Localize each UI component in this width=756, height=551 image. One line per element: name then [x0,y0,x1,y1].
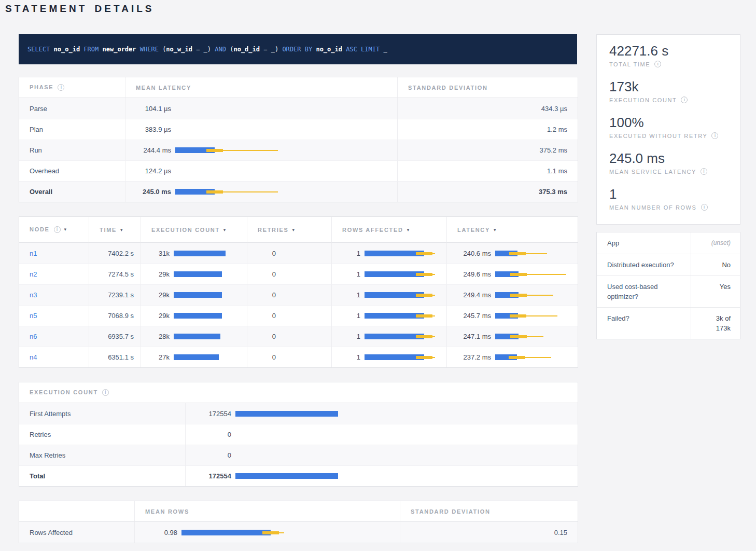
summary-stat: 100%EXECUTED WITHOUT RETRYi [609,115,730,150]
detail-row: App(unset) [597,232,740,254]
execution-count-table: EXECUTION COUNTi First Attempts172554Ret… [19,382,578,487]
node-time-value: 7068.9 s [89,305,141,326]
sql-token: AND [215,46,230,53]
exec-count-bar [174,292,247,298]
stat-label: MEAN SERVICE LATENCYi [609,168,730,175]
phase-row: Overhead124.2 µs1.1 ms [19,160,578,181]
stat-label: MEAN NUMBER OF ROWSi [609,204,730,211]
node-link[interactable]: n6 [30,333,37,340]
mean-latency-column-header[interactable]: MEAN LATENCY [125,77,397,98]
node-cell: n4 [19,347,89,367]
info-icon[interactable]: i [701,168,707,175]
retries-column-header[interactable]: RETRIES▾ [247,217,331,243]
latency-column-header[interactable]: LATENCY▾ [446,217,578,243]
sql-token: no_d_id [233,46,260,53]
statement-details-card: App(unset)Distributed execution?NoUsed c… [596,232,740,339]
rows-table-empty-header [19,501,134,522]
node-row: n46351.1 s27k01237.2 ms [19,347,578,367]
latency-value: 247.1 ms [447,333,491,340]
info-icon[interactable]: i [54,226,61,233]
rows-affected-column-header[interactable]: ROWS AFFECTED▾ [331,217,446,243]
node-cell: n2 [19,264,89,284]
info-icon[interactable]: i [701,204,708,211]
latency-value: 237.2 ms [447,353,491,361]
detail-row: Failed?3k of 173k [597,307,740,339]
detail-value: No [691,254,740,276]
info-icon[interactable]: i [654,61,661,67]
stat-value: 100% [609,115,730,130]
node-row: n17402.2 s31k01240.6 ms [19,243,578,264]
phase-mean-cell: 383.9 µs [125,119,397,140]
info-icon[interactable]: i [681,97,688,103]
node-link[interactable]: n4 [30,353,37,361]
rows-stddev-column-header: STANDARD DEVIATION [400,501,578,522]
latency-bar [495,333,578,340]
node-retries-cell: 0 [247,326,331,347]
sql-token: no_o_id [54,46,80,53]
node-link[interactable]: n5 [30,312,37,320]
summary-stat: 173kEXECUTION COUNTi [609,79,730,115]
phase-table-header-row: PHASEi MEAN LATENCY STANDARD DEVIATION [19,77,578,98]
mean-latency-bar [175,147,397,154]
exec-count-value: 31k [141,250,170,257]
node-row: n57068.9 s29k01245.7 ms [19,305,578,326]
sort-desc-icon: ▾ [223,227,226,232]
node-cell: n1 [19,243,89,264]
node-latency-cell: 240.6 ms [446,243,578,264]
node-retries-cell: 0 [247,243,331,264]
retries-value: 0 [247,312,276,320]
node-retries-cell: 0 [247,264,331,284]
summary-stats-list: 42271.6 sTOTAL TIMEi173kEXECUTION COUNTi… [609,43,730,222]
execution-count-value: 0 [186,431,231,438]
rows-affected-bar [365,250,446,257]
latency-header-label: LATENCY [457,227,490,233]
stat-value: 173k [609,79,730,94]
info-icon[interactable]: i [58,84,64,91]
node-link[interactable]: n3 [30,291,37,299]
node-link[interactable]: n1 [30,250,37,257]
rows-affected-table-body: Rows Affected0.980.15 [19,522,578,543]
stddev-column-header[interactable]: STANDARD DEVIATION [397,77,578,98]
node-link[interactable]: n2 [30,270,37,278]
info-icon[interactable]: i [711,132,718,139]
statement-details-rows: App(unset)Distributed execution?NoUsed c… [597,232,740,339]
execution-count-cell: 0 [185,424,578,445]
execution-count-bar [235,452,578,459]
retries-value: 0 [247,291,276,299]
sort-desc-icon: ▾ [494,227,496,232]
phase-column-header[interactable]: PHASEi [19,77,125,98]
execution-count-table-header: EXECUTION COUNTi [19,382,578,403]
node-rows-affected-cell: 1 [331,243,446,264]
latency-value: 240.6 ms [447,250,491,257]
info-icon[interactable]: i [102,389,109,396]
execution-count-column-header[interactable]: EXECUTION COUNT▾ [141,217,247,243]
node-time-value: 6935.7 s [89,326,141,347]
rows-affected-value: 1 [332,353,360,361]
sql-token: _ [383,46,387,53]
phase-table-body: Parse104.1 µs434.3 µsPlan383.9 µs1.2 msR… [19,98,578,202]
exec-count-bar [174,333,247,340]
phase-name: Overhead [19,160,125,181]
execution-count-bar [235,473,578,479]
exec-count-bar [174,312,247,319]
node-header-label: NODE [30,226,50,232]
sort-desc-icon: ▾ [120,227,123,232]
mean-latency-value: 245.0 ms [125,188,171,196]
mean-latency-bar [175,105,397,112]
node-exec-count-cell: 27k [141,347,247,367]
rows-affected-label: Rows Affected [19,522,134,543]
detail-value: 3k of 173k [691,308,740,339]
node-latency-cell: 237.2 ms [446,347,578,367]
sql-token: ORDER BY [282,46,316,53]
sql-token: no_w_id [166,46,192,53]
mean-latency-bar [175,188,397,195]
node-rows-affected-cell: 1 [331,305,446,326]
sql-statement-box: SELECT no_o_id FROM new_order WHERE (no_… [19,34,577,64]
sidebar: 42271.6 sTOTAL TIMEi173kEXECUTION COUNTi… [596,34,740,339]
node-column-header[interactable]: NODEi▾ [19,217,89,243]
phase-row: Parse104.1 µs434.3 µs [19,98,578,119]
time-column-header[interactable]: TIME▾ [89,217,141,243]
mean-latency-bar [175,168,397,174]
latency-value: 249.4 ms [447,291,491,299]
node-latency-cell: 249.4 ms [446,284,578,305]
